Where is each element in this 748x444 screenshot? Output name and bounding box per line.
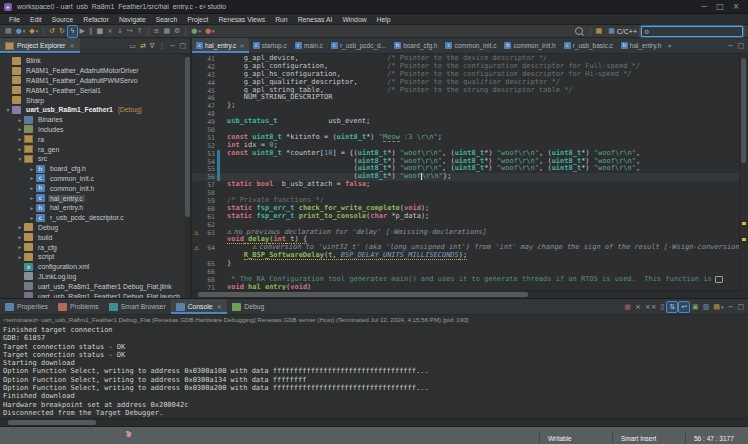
scroll-lock-icon[interactable]: ⇅ [666,301,678,313]
tree-item[interactable]: RA8M1_Feather_AdafruitMotorDriver [0,66,190,76]
tree-item[interactable]: ▸script [0,252,190,262]
code-line[interactable]: 46 NUM_STRING_DESCRIPTOR [192,94,740,102]
chevron-right-icon[interactable]: ▸ [28,175,36,181]
relaunch-icon[interactable]: ↻ [57,26,67,37]
maximize-window-icon[interactable]: □ [712,1,728,13]
close-window-icon[interactable]: × [728,1,744,13]
tab-properties[interactable]: Properties [0,299,53,314]
gutter[interactable]: 49 [192,118,221,126]
tab-smart-browser[interactable]: Smart Browser [104,299,171,314]
tree-item[interactable]: ▸hboard_cfg.h [0,164,190,174]
explorer-scrollbar[interactable] [185,53,190,298]
overview-ruler[interactable] [739,54,748,290]
resume-icon[interactable]: ▶ [78,26,87,37]
tree-item[interactable]: ▾uart_usb_Ra8m1_Feather1[Debug] [0,105,190,115]
gutter[interactable]: ⚠64 [192,244,221,252]
folded-region-icon[interactable] [715,276,723,283]
tab-problems[interactable]: Problems [53,299,104,314]
chevron-right-icon[interactable]: ▸ [16,117,24,123]
chevron-right-icon[interactable]: ▸ [16,136,24,142]
maximize-panel-icon[interactable]: □ [177,40,188,52]
gutter[interactable]: 56 [192,173,221,181]
menu-renesas-views[interactable]: Renesas Views [213,16,270,23]
external-tools-icon[interactable]: ◆▾ [27,26,40,37]
tree-item[interactable]: ▸Includes [0,125,190,135]
gutter[interactable]: 66 [192,268,221,276]
menu-renesas-ai[interactable]: Renesas AI [293,16,338,23]
search-icon[interactable] [575,27,583,35]
code-line[interactable]: 65} [192,260,740,268]
menu-run[interactable]: Run [270,16,292,23]
menu-search[interactable]: Search [151,16,183,23]
gutter[interactable] [192,252,221,260]
gutter[interactable]: 46 [192,94,221,102]
flash-programmer-icon[interactable]: ϟ [67,25,78,38]
editor-tab-common_init-h[interactable]: hcommon_init.h [500,38,559,53]
code-area[interactable]: 41 g_apl_device, /* Pointer to the devic… [192,54,748,290]
gutter[interactable]: 59 [192,197,221,205]
chevron-right-icon[interactable]: ▸ [16,254,24,260]
step-return-icon[interactable]: ↑ [135,26,145,37]
tab-overflow-icon[interactable]: » [665,40,673,52]
gutter[interactable]: 51 [192,134,221,142]
chevron-right-icon[interactable]: ▸ [16,126,24,132]
gutter[interactable] [192,236,221,244]
gutter[interactable]: 42 [192,63,221,71]
debug-icon[interactable]: ●▾ [203,26,217,37]
chevron-right-icon[interactable]: ▸ [28,215,36,221]
overview-warning-mark[interactable] [742,238,746,241]
maximize-panel-icon[interactable]: □ [735,301,746,313]
minimize-panel-icon[interactable]: − [168,40,178,52]
open-perspective-icon[interactable]: ▦ [594,26,605,37]
gutter[interactable]: 58 [192,189,221,197]
menu-edit[interactable]: Edit [25,16,47,23]
overview-warning-mark[interactable] [742,222,746,225]
minimize-window-icon[interactable]: − [696,1,712,13]
tree-item[interactable]: ▸build [0,232,190,242]
tree-item[interactable]: ▸Binaries [0,115,190,125]
tree-item[interactable]: RA8M1_Feather_Serial1 [0,85,190,95]
editor-tab-board_cfg-h[interactable]: hboard_cfg.h [390,38,441,53]
gutter[interactable]: 52 [192,142,221,150]
cpp-perspective-button[interactable]: ▦ C/C++ [604,27,641,35]
minimize-panel-icon[interactable]: − [726,40,736,52]
close-tab-icon[interactable]: × [239,42,244,50]
save-icon[interactable]: ▤ [3,26,14,37]
gutter[interactable]: ⚠63 [192,229,221,237]
word-wrap-icon[interactable]: ↩ [678,301,690,313]
settings-icon[interactable]: ⚙ [172,26,182,37]
chevron-right-icon[interactable]: ▸ [28,195,36,201]
step-into-icon[interactable]: ↓ [115,26,125,37]
menu-window[interactable]: Window [337,16,371,23]
gutter[interactable]: 65 [192,260,221,268]
tree-item[interactable]: ▸ra_cfg [0,242,190,252]
gutter[interactable]: 62 [192,221,221,229]
tree-item[interactable]: ▾src [0,154,190,164]
suspend-icon[interactable]: ‖ [87,26,95,37]
menu-project[interactable]: Project [182,16,213,23]
tree-item[interactable]: ▸ccommon_init.c [0,174,190,184]
gutter[interactable]: 41 [192,55,221,63]
editor-tab-startup-c[interactable]: cstartup.c [249,38,291,53]
display-selected-console-icon[interactable]: ▥ [701,301,712,313]
editor-tab-r_usb_pcdc_d-[interactable]: cr_usb_pcdc_d... [327,38,390,53]
chevron-right-icon[interactable]: ▸ [16,224,24,230]
chevron-right-icon[interactable]: ▸ [16,244,24,250]
console-output[interactable]: Finished target connectionGDB: 61857Targ… [0,326,748,418]
editor-tab-hal_entry-h[interactable]: hhal_entry.h [617,38,666,53]
gutter[interactable]: 53 [192,150,221,158]
console-hscrollbar[interactable] [0,418,748,426]
tree-item[interactable]: ▸hhal_entry.h [0,203,190,213]
gutter[interactable]: 50 [192,126,221,134]
memory-view-icon[interactable]: ▦ [161,26,172,37]
tree-item[interactable]: ▸chal_entry.c [0,193,190,203]
tree-item[interactable]: uart_usb_Ra8m1_Feather1 Debug_Flat.jlink [0,281,190,291]
gutter[interactable]: 47 [192,102,221,110]
chevron-down-icon[interactable]: ▾ [4,107,12,113]
tree-item[interactable]: ▸Debug [0,223,190,233]
tab-debug[interactable]: Debug [227,299,269,314]
editor-tab-main-c[interactable]: cmain.c [291,38,327,53]
chevron-right-icon[interactable]: ▸ [28,205,36,211]
console-hscrollbar-thumb[interactable] [8,420,96,425]
terminate-icon[interactable]: ■ [622,301,633,313]
